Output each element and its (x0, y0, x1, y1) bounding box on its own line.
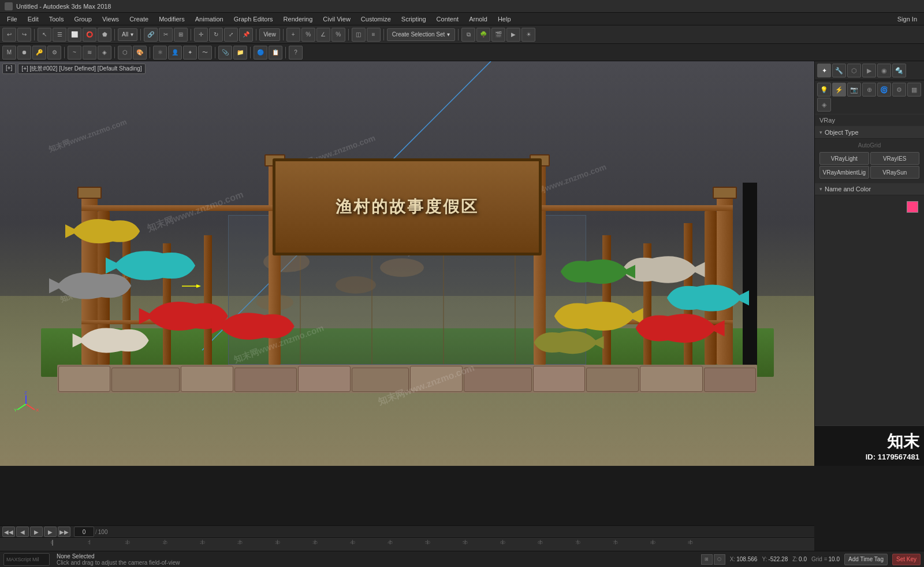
scene-explorer-button[interactable]: 🌳 (476, 28, 490, 42)
extra-tab-2[interactable]: ◈ (817, 98, 831, 112)
fence-select-button[interactable]: ⬟ (98, 28, 111, 42)
menu-animation[interactable]: Animation (191, 14, 228, 24)
reactor-button[interactable]: ⚛ (153, 46, 167, 60)
create-selection-set-button[interactable]: Create Selection Set ▾ (387, 28, 456, 41)
xref-objects-button[interactable]: 📎 (218, 46, 232, 60)
viewport-name-tag[interactable]: [+] [统景#002] [User Defined] [Default Sha… (18, 64, 145, 74)
menu-customize[interactable]: Customize (356, 14, 396, 24)
color-clip-button[interactable]: 🎨 (133, 46, 147, 60)
render-setup-button[interactable]: 🎬 (491, 28, 505, 42)
bind-to-space-button[interactable]: ⊞ (174, 28, 188, 42)
timeline-ruler[interactable]: 0 5 10 15 20 25 30 35 40 45 50 55 60 65 … (0, 538, 814, 551)
viewport-plus-tag[interactable]: [+] (2, 64, 16, 74)
menu-rendering[interactable]: Rendering (279, 14, 318, 24)
animation-controls: ◀◀ ◀ ▶ ▶ ▶▶ / 100 (0, 525, 814, 538)
menu-views[interactable]: Views (98, 14, 124, 24)
grid-mode-button[interactable]: ⬡ (714, 554, 725, 565)
menu-modifiers[interactable]: Modifiers (154, 14, 189, 24)
rect-select-button[interactable]: ⬜ (68, 28, 81, 42)
next-frame-button[interactable]: ▶▶ (58, 527, 70, 537)
schematic-view-button[interactable]: ⬡ (118, 46, 132, 60)
percent-snap-button[interactable]: % (331, 28, 345, 42)
snap-toggle-button[interactable]: + (286, 28, 300, 42)
set-key-button[interactable]: Set Key (892, 554, 921, 565)
place-button[interactable]: 📌 (239, 28, 253, 42)
select-by-name-button[interactable]: ☰ (53, 28, 66, 42)
menu-tools[interactable]: Tools (44, 14, 69, 24)
populate-button[interactable]: 👤 (168, 46, 182, 60)
unlink-button[interactable]: ✂ (159, 28, 173, 42)
active-shade-button[interactable]: ☀ (521, 28, 535, 42)
menu-edit[interactable]: Edit (23, 14, 43, 24)
object-type-section-header[interactable]: ▾ Object Type (815, 127, 924, 139)
color-swatch[interactable] (907, 201, 918, 213)
curve-editor-button[interactable]: ~ (68, 46, 81, 60)
layer-button[interactable]: 📋 (269, 46, 282, 60)
menu-create[interactable]: Create (125, 14, 153, 24)
layer-manager-button[interactable]: ⧉ (461, 28, 475, 42)
panel-tab-display[interactable]: ◉ (877, 64, 891, 77)
current-frame-input[interactable] (74, 527, 94, 537)
panel-tab-utilities[interactable]: 🔩 (892, 64, 906, 77)
menu-file[interactable]: File (2, 14, 22, 24)
panel-tab-modify[interactable]: 🔧 (832, 64, 846, 77)
menu-content[interactable]: Content (432, 14, 464, 24)
vrayies-button[interactable]: VRayIES (870, 152, 920, 165)
asset-tracking-button[interactable]: 📁 (233, 46, 247, 60)
viewport-3d[interactable]: 渔村的故事度假区 (0, 61, 814, 466)
material-editor-button[interactable]: M (2, 46, 16, 60)
panel-tab-motion[interactable]: ▶ (862, 64, 876, 77)
cameras-tab[interactable]: 📷 (847, 83, 861, 97)
sign-in-button[interactable]: Sign In (893, 14, 922, 24)
menu-arnold[interactable]: Arnold (464, 14, 492, 24)
menu-scripting[interactable]: Scripting (397, 14, 431, 24)
snap-settings-button[interactable]: % (301, 28, 315, 42)
next-key-button[interactable]: ▶ (44, 527, 57, 537)
play-button[interactable]: ▶ (30, 527, 43, 537)
particle-view-button[interactable]: ✦ (183, 46, 197, 60)
help-button[interactable]: ? (289, 46, 303, 60)
name-color-section-header[interactable]: ▾ Name and Color (815, 183, 924, 195)
circle-select-button[interactable]: ⭕ (83, 28, 96, 42)
vrayambientlig-button[interactable]: VRayAmbientLig (819, 166, 869, 179)
mirror-button[interactable]: ◫ (352, 28, 366, 42)
wire-color-button[interactable]: 🔵 (254, 46, 267, 60)
dope-sheet-button[interactable]: ≋ (83, 46, 96, 60)
render-button[interactable]: ▶ (506, 28, 520, 42)
helpers-tab[interactable]: ⊕ (862, 83, 876, 97)
rotate-button[interactable]: ↻ (209, 28, 223, 42)
panel-tab-create[interactable]: ✦ (817, 64, 831, 77)
prev-key-button[interactable]: ◀ (16, 527, 29, 537)
angle-snap-button[interactable]: ∠ (316, 28, 330, 42)
vraysun-button[interactable]: VRaySun (870, 166, 920, 179)
auto-key-button[interactable]: ⏺ (17, 46, 31, 60)
key-filter-button[interactable]: ⚙ (47, 46, 61, 60)
align-button[interactable]: ≡ (367, 28, 381, 42)
add-time-tag-button[interactable]: Add Time Tag (844, 554, 888, 565)
systems-tab[interactable]: ⚙ (892, 83, 906, 97)
redo-button[interactable]: ↪ (17, 28, 31, 42)
panel-tab-hierarchy[interactable]: ⬡ (847, 64, 861, 77)
link-button[interactable]: 🔗 (144, 28, 158, 42)
view-dropdown[interactable]: View (259, 28, 280, 41)
motion-mixer-button[interactable]: ◈ (98, 46, 111, 60)
vraylight-button[interactable]: VRayLight (819, 152, 869, 165)
fluid-view-button[interactable]: 〜 (198, 46, 212, 60)
menu-graph-editors[interactable]: Graph Editors (229, 14, 278, 24)
menu-help[interactable]: Help (493, 14, 516, 24)
space-warps-tab[interactable]: 🌀 (877, 83, 891, 97)
menu-civil-view[interactable]: Civil View (318, 14, 355, 24)
coord-mode-button[interactable]: ⊞ (701, 554, 713, 565)
menu-group[interactable]: Group (69, 14, 96, 24)
extra-tab-1[interactable]: ▦ (907, 83, 921, 97)
undo-button[interactable]: ↩ (2, 28, 16, 42)
prev-frame-button[interactable]: ◀◀ (2, 527, 15, 537)
filter-dropdown[interactable]: All ▾ (118, 28, 137, 41)
move-button[interactable]: ✛ (194, 28, 208, 42)
select-button[interactable]: ↖ (38, 28, 51, 42)
scale-button[interactable]: ⤢ (224, 28, 238, 42)
set-key-mode-button[interactable]: 🔑 (32, 46, 46, 60)
lights-tab[interactable]: 💡 (817, 83, 831, 97)
vray-lights-tab[interactable]: ⚡ (832, 83, 846, 97)
maxscript-input[interactable]: MAXScript Mil (3, 553, 50, 566)
